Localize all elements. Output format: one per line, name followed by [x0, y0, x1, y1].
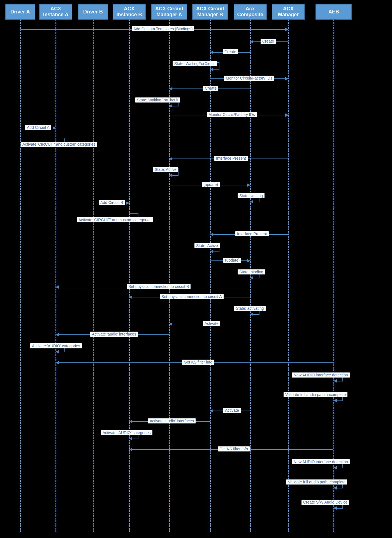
- participant-acx-composite: AcxComposite: [234, 4, 267, 20]
- participant-driver-a: Driver A: [5, 4, 35, 20]
- msg-state-wait-b: State: WaitingForCircuit: [173, 61, 217, 66]
- msg-state-activating: State: activating: [234, 306, 266, 311]
- msg-state-active-b: State: Active: [194, 243, 220, 248]
- msg-validate-comp: Validate full audio path: complete: [286, 479, 347, 485]
- msg-activate-cm-b: Activate: [223, 408, 241, 413]
- msg-update-b: (update): [223, 258, 241, 263]
- msg-set-phys-a: Set physical connection to circuit A: [160, 294, 224, 299]
- msg-create-composite: Create: [261, 39, 276, 44]
- msg-state-binding: State: binding: [238, 269, 265, 274]
- lifeline-acx-instance-b: [129, 20, 130, 532]
- participant-acx-circuit-mgr-b: ACX CircuitManager B: [192, 4, 228, 20]
- msg-get-ks-b: Get KS filter info: [218, 446, 250, 451]
- msg-activate-audio-a: Activate 'audio' interfaces: [90, 332, 138, 337]
- lifeline-acx-circuit-mgr-b: [210, 20, 211, 532]
- msg-new-audio-a: New AUDIO interface detection: [292, 372, 350, 378]
- participant-acx-instance-a: ACXInstance A: [39, 4, 72, 20]
- msg-add-circuit-a: Add Circuit A: [25, 125, 51, 130]
- msg-set-phys-b: Set physical connection to circuit B: [127, 284, 191, 289]
- msg-create-sw: Create S/W Audio Device: [301, 500, 349, 505]
- lifeline-driver-b: [93, 20, 94, 532]
- msg-add-templates: Add Custom Templates (Bindings): [132, 26, 194, 31]
- sequence-diagram: Driver A ACXInstance A Driver B ACXInsta…: [0, 0, 392, 538]
- msg-add-circuit-b: Add Circuit B: [99, 200, 125, 205]
- participant-acx-instance-b: ACXInstance B: [113, 4, 146, 20]
- msg-state-wait-a: State: WaitingForCircuit: [135, 97, 180, 103]
- msg-state-active-a: State: Active: [153, 167, 178, 172]
- msg-activate-cust-b: Activate 'CIRCUIT' and custom categories: [77, 217, 153, 222]
- lifeline-aeb: [333, 20, 334, 532]
- msg-audio-cat-a: Activate 'AUDIO' categories: [30, 343, 82, 348]
- msg-activate-cm-a: Activate: [203, 321, 220, 326]
- participant-acx-circuit-mgr-a: ACX CircuitManager A: [151, 4, 187, 20]
- lifeline-driver-a: [20, 20, 21, 532]
- lifeline-acx-instance-a: [55, 20, 56, 532]
- msg-activate-audio-b: Activate 'audio' interfaces: [148, 418, 196, 423]
- msg-monitor-b: Monitor Circuit/Factory IDs: [224, 76, 274, 81]
- msg-get-ks-a: Get KS filter info: [182, 360, 214, 365]
- msg-ifpresent-a: Interface Present: [214, 156, 248, 161]
- msg-create-cmgr-a: Create: [203, 86, 218, 91]
- lifeline-acx-circuit-mgr-a: [169, 20, 170, 532]
- msg-state-waiting: State: waiting: [238, 193, 265, 198]
- msg-audio-cat-b: Activate 'AUDIO' categories: [101, 430, 152, 435]
- lifeline-acx-manager: [288, 20, 289, 532]
- msg-ifpresent-b: Interface Present: [235, 231, 269, 236]
- msg-update-a: (update): [202, 182, 220, 187]
- participant-acx-manager: ACXManager: [272, 4, 305, 20]
- msg-activate-cust-a: Activate 'CIRCUIT' and custom categories: [21, 142, 97, 147]
- participant-driver-b: Driver B: [78, 4, 108, 20]
- msg-monitor-a: Monitor Circuit/Factory IDs: [207, 112, 257, 117]
- participant-aeb: AEB: [316, 4, 352, 20]
- msg-create-cmgr-b: Create: [223, 49, 238, 54]
- msg-validate-inc: Validate full audio path: incomplete: [284, 392, 347, 397]
- msg-new-audio-b: New AUDIO interface detection: [292, 459, 350, 464]
